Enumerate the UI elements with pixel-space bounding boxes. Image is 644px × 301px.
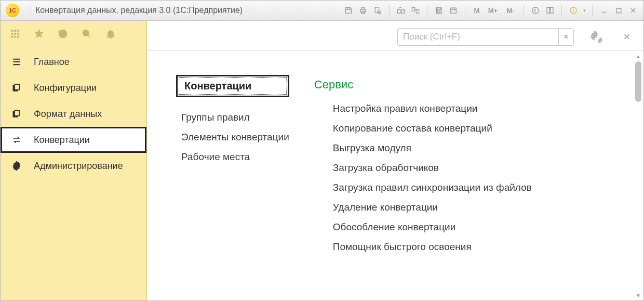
column-conversions: Конвертации Группы правил Элементы конве…	[176, 75, 289, 261]
scrollbar-thumb[interactable]	[635, 61, 641, 102]
svg-point-29	[17, 36, 19, 38]
history-icon[interactable]	[58, 29, 68, 39]
column-service: Сервис Настройка правил конвертации Копи…	[314, 75, 532, 261]
sidebar-item-main[interactable]: Главное	[1, 49, 146, 75]
calendar-icon[interactable]	[447, 4, 460, 17]
titlebar: 1C Конвертация данных, редакция 3.0 (1С:…	[1, 1, 643, 21]
app-window: 1C Конвертация данных, редакция 3.0 (1С:…	[0, 0, 644, 301]
menu-grid-icon[interactable]	[10, 29, 20, 39]
separator	[427, 5, 427, 16]
svg-rect-10	[437, 8, 441, 9]
sidebar-item-administration[interactable]: Администрирование	[1, 153, 146, 179]
svg-rect-5	[397, 10, 400, 14]
svg-rect-18	[551, 8, 553, 14]
search-clear-button[interactable]: ×	[558, 28, 574, 46]
svg-point-13	[437, 12, 438, 12]
svg-rect-7	[412, 8, 414, 11]
link-delete-conversion[interactable]: Удаление конвертации	[333, 202, 532, 213]
print-icon[interactable]	[356, 4, 370, 17]
body-area: Главное Конфигурации Формат данных	[1, 21, 643, 300]
main-topbar: × ×	[147, 21, 643, 51]
svg-point-27	[11, 36, 13, 38]
list-icon	[11, 57, 22, 67]
link-configure-rules[interactable]: Настройка правил конвертации	[333, 103, 532, 114]
documents-icon	[11, 109, 22, 119]
svg-point-11	[437, 10, 438, 11]
svg-rect-32	[15, 84, 19, 90]
save-icon[interactable]	[342, 4, 355, 17]
back-icon[interactable]	[529, 4, 542, 17]
compare-icon[interactable]	[394, 4, 408, 17]
heading-framed[interactable]: Конвертации	[176, 75, 289, 97]
sidebar-item-configurations[interactable]: Конфигурации	[1, 75, 146, 101]
star-icon[interactable]	[34, 29, 44, 39]
memory-m-plus-button[interactable]: M+	[485, 4, 501, 17]
heading-conversions: Конвертации	[179, 77, 287, 95]
link-copy-composition[interactable]: Копирование состава конвертаций	[333, 123, 532, 134]
content-area: Конвертации Группы правил Элементы конве…	[147, 51, 643, 300]
stack-icon	[11, 83, 22, 93]
sidebar-item-label: Формат данных	[34, 109, 102, 120]
gear-icon	[11, 161, 22, 171]
svg-rect-6	[401, 10, 404, 14]
svg-rect-8	[416, 10, 419, 14]
memory-m-minus-button[interactable]: M-	[502, 4, 519, 17]
separator	[389, 5, 390, 16]
sidebar-item-label: Конвертации	[34, 135, 90, 146]
separator	[561, 5, 562, 16]
panels-icon[interactable]	[543, 4, 557, 17]
calculator-icon[interactable]	[432, 4, 446, 17]
svg-point-23	[17, 30, 19, 32]
app-logo-text: 1C	[9, 7, 16, 14]
scroll-down-icon[interactable]: ▼	[635, 292, 641, 298]
svg-point-16	[532, 7, 539, 14]
link-workplaces[interactable]: Рабочие места	[181, 151, 289, 163]
link-export-module[interactable]: Выгрузка модуля	[333, 142, 532, 154]
svg-rect-20	[616, 8, 621, 13]
main-panel: × ×	[147, 21, 643, 300]
svg-point-21	[11, 30, 13, 32]
svg-point-22	[14, 30, 16, 32]
link-isolate-conversion[interactable]: Обособление конвертации	[333, 221, 532, 233]
search-sidebar-icon[interactable]	[82, 29, 92, 39]
sidebar-nav: Главное Конфигурации Формат данных	[1, 49, 146, 179]
search-input[interactable]	[397, 28, 558, 46]
link-load-sync-rules[interactable]: Загрузка правил синхронизации из файлов	[333, 182, 532, 193]
search-box: ×	[397, 28, 574, 46]
separator	[465, 5, 465, 16]
sidebar-top-toolbar	[1, 21, 146, 47]
svg-point-24	[11, 33, 13, 35]
close-window-button[interactable]	[626, 4, 640, 17]
bell-icon[interactable]	[105, 29, 116, 39]
preview-icon[interactable]	[371, 4, 384, 17]
links-icon[interactable]	[409, 4, 422, 17]
close-section-button[interactable]: ×	[621, 31, 633, 43]
info-dropdown-icon[interactable]: ▾	[581, 4, 587, 17]
scroll-up-icon[interactable]: ▲	[635, 53, 641, 59]
svg-point-12	[439, 10, 440, 11]
link-quick-start[interactable]: Помощник быстрого освоения	[333, 241, 532, 253]
sidebar-item-conversions[interactable]: Конвертации	[1, 127, 146, 153]
svg-rect-17	[547, 8, 549, 14]
settings-gear-icon[interactable]	[586, 28, 605, 46]
swap-arrows-icon	[11, 135, 22, 145]
app-logo-icon: 1C	[6, 4, 19, 17]
info-icon[interactable]	[567, 4, 580, 17]
svg-rect-3	[375, 7, 379, 12]
link-conversion-elements[interactable]: Элементы конвертации	[181, 132, 289, 143]
svg-point-25	[14, 33, 16, 35]
sidebar-item-data-format[interactable]: Формат данных	[1, 101, 146, 127]
sidebar-item-label: Администрирование	[34, 161, 123, 172]
svg-point-30	[83, 30, 89, 36]
link-rule-groups[interactable]: Группы правил	[181, 112, 289, 123]
svg-point-28	[14, 36, 16, 38]
svg-point-26	[17, 33, 19, 35]
link-load-handlers[interactable]: Загрузка обработчиков	[333, 162, 532, 174]
memory-m-button[interactable]: M	[470, 4, 484, 17]
minimize-button[interactable]	[597, 4, 611, 17]
window-title: Конвертация данных, редакция 3.0 (1С:Пре…	[35, 6, 243, 15]
separator	[524, 5, 524, 16]
maximize-button[interactable]	[612, 4, 625, 17]
sidebar-item-label: Главное	[34, 57, 70, 68]
svg-rect-34	[15, 110, 19, 116]
